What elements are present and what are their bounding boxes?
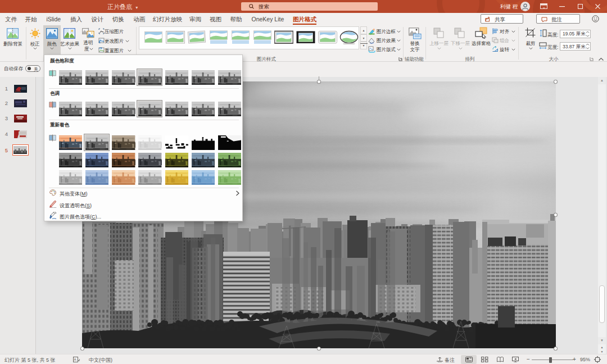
svg-text:A: A [74, 358, 76, 361]
